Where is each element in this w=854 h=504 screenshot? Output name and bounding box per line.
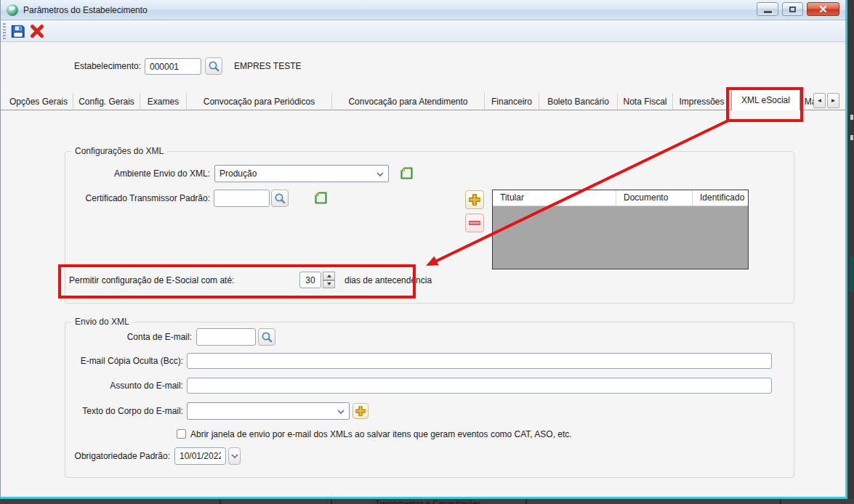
floppy-disk-icon <box>9 23 27 40</box>
search-icon <box>207 60 220 73</box>
obrigatoriedade-label: Obrigatoriedade Padrão: <box>65 451 170 461</box>
permitir-dias-spinner <box>323 272 335 288</box>
certificado-new-document-icon[interactable] <box>314 191 328 207</box>
tab-scroll-left-button[interactable]: ◄ <box>813 93 826 108</box>
minimize-button[interactable] <box>757 2 778 16</box>
grid-remove-button[interactable] <box>465 214 484 232</box>
background-treinamentos-text: Treinamentos e Capacitações <box>331 499 525 504</box>
tab-boleto-bancario[interactable]: Boleto Bancário <box>539 93 618 110</box>
chevron-down-icon <box>337 410 345 414</box>
arrow-left-icon: ◄ <box>817 97 823 104</box>
envio-xml-title: Envio do XML <box>71 317 133 327</box>
abrir-janela-checkbox[interactable] <box>177 429 186 439</box>
maximize-button[interactable] <box>782 2 803 16</box>
parametros-window: Parâmetros do Estabelecimento <box>0 0 847 499</box>
save-button[interactable] <box>9 22 28 41</box>
chevron-down-icon <box>231 454 238 458</box>
grid-column-documento[interactable]: Documento <box>616 190 693 206</box>
tab-financeiro[interactable]: Financeiro <box>485 93 539 110</box>
conta-email-input[interactable] <box>196 328 256 346</box>
plus-icon <box>469 194 480 206</box>
obrigatoriedade-dropdown-button[interactable] <box>228 447 241 465</box>
tab-convocacao-atendimento[interactable]: Convocação para Atendimento <box>332 93 485 110</box>
cancel-button[interactable] <box>28 22 47 41</box>
tab-config-gerais[interactable]: Config. Gerais <box>73 93 140 110</box>
grid-column-identificado[interactable]: Identificado <box>693 190 748 206</box>
spinner-up-button[interactable] <box>323 272 335 280</box>
triangle-up-icon <box>327 275 331 277</box>
background-teal-block <box>850 257 854 292</box>
search-icon <box>260 330 273 344</box>
tab-opcoes-gerais[interactable]: Opções Gerais <box>4 93 73 110</box>
close-icon <box>819 5 827 13</box>
tab-xml-esocial[interactable]: XML eSocial <box>731 89 800 110</box>
tab-scroll-right-button[interactable]: ► <box>827 93 839 108</box>
permitir-label: Permitir configuração de E-Social com at… <box>69 275 294 285</box>
conta-email-search-button[interactable] <box>258 328 275 346</box>
assunto-input[interactable] <box>187 378 772 394</box>
texto-corpo-label: Texto do Corpo do E-mail: <box>65 406 183 416</box>
tab-nota-fiscal[interactable]: Nota Fiscal <box>618 93 673 110</box>
ambiente-new-document-icon[interactable] <box>400 166 414 182</box>
toolbar <box>1 20 845 42</box>
background-app-right-edge <box>850 0 854 504</box>
spinner-down-button[interactable] <box>323 280 335 289</box>
minus-icon <box>469 217 480 229</box>
establishment-search-button[interactable] <box>205 57 222 75</box>
arrow-right-icon: ► <box>831 97 837 104</box>
background-column-divider <box>525 499 527 504</box>
screen: Parâmetros do Estabelecimento <box>0 0 854 504</box>
bcc-input[interactable] <box>187 353 772 369</box>
window-controls <box>757 2 839 16</box>
ambiente-label: Ambiente Envio do XML: <box>65 168 210 179</box>
certificado-label: Certificado Transmissor Padrão: <box>65 193 210 203</box>
ambiente-combobox[interactable]: Produção <box>214 165 389 182</box>
chevron-down-icon <box>376 172 384 176</box>
background-glyph-fragment <box>850 135 853 140</box>
titlebar[interactable]: Parâmetros do Estabelecimento <box>1 0 845 20</box>
permitir-dias-input[interactable] <box>299 272 321 288</box>
tab-impressoes[interactable]: Impressões <box>673 93 731 110</box>
bcc-label: E-mail Cópia Oculta (Bcc): <box>65 356 183 366</box>
tab-scroll-buttons: ◄ ► <box>813 93 839 108</box>
minimize-icon <box>764 11 772 13</box>
establishment-label: Estabelecimento: <box>63 61 141 71</box>
obrigatoriedade-date-input[interactable] <box>174 447 226 465</box>
grid-column-titular[interactable]: Titular <box>493 190 616 206</box>
background-column-divider <box>219 499 221 504</box>
background-glyph-fragment <box>850 115 853 120</box>
configuracoes-xml-groupbox: Configurações do XML Ambiente Envio do X… <box>65 151 794 304</box>
texto-corpo-add-button[interactable] <box>353 403 368 419</box>
toolbar-gripper[interactable] <box>3 23 6 39</box>
triangle-down-icon <box>327 283 331 285</box>
certificado-search-button[interactable] <box>271 190 289 207</box>
envio-xml-groupbox: Envio do XML Conta de E-mail: E-mail Cóp… <box>65 322 794 478</box>
app-icon <box>7 4 18 16</box>
close-button[interactable] <box>807 2 839 16</box>
grid-add-button[interactable] <box>465 190 484 209</box>
tab-exames[interactable]: Exames <box>140 93 187 110</box>
window-title: Parâmetros do Estabelecimento <box>23 5 148 15</box>
texto-corpo-combobox[interactable] <box>187 402 350 420</box>
abrir-janela-label: Abrir janela de envio por e-mail dos XML… <box>190 429 685 439</box>
establishment-company-name: EMPRES TESTE <box>234 61 301 71</box>
maximize-icon <box>789 7 796 12</box>
configuracoes-xml-title: Configurações do XML <box>71 146 167 156</box>
conta-email-label: Conta de E-mail: <box>65 332 192 342</box>
permitir-suffix-label: dias de antecendência <box>345 275 504 285</box>
certificados-grid[interactable]: Titular Documento Identificado <box>492 190 749 269</box>
establishment-row: Estabelecimento: EMPRES TESTE <box>1 57 845 76</box>
search-icon <box>273 192 286 205</box>
tab-strip: Opções Gerais Config. Gerais Exames Conv… <box>1 89 845 110</box>
background-app-bottom-edge: Treinamentos e Capacitações <box>0 499 854 504</box>
grid-empty-body[interactable] <box>493 206 748 269</box>
ambiente-value: Produção <box>219 168 257 179</box>
tab-convocacao-periodicos[interactable]: Convocação para Periódicos <box>187 93 332 110</box>
establishment-code-input[interactable] <box>145 58 201 75</box>
background-column-divider <box>780 499 781 504</box>
certificado-input[interactable] <box>214 190 270 207</box>
plus-icon <box>355 406 366 416</box>
assunto-label: Assunto do E-mail: <box>65 381 183 391</box>
red-x-icon <box>28 23 46 40</box>
grid-header-row: Titular Documento Identificado <box>493 190 748 206</box>
